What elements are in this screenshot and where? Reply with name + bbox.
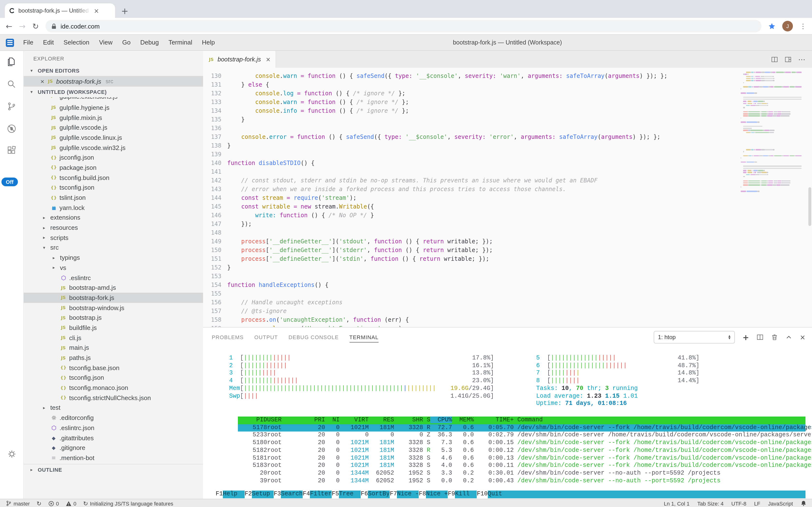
panel-tab-terminal[interactable]: TERMINAL bbox=[349, 332, 379, 342]
forward-icon[interactable]: → bbox=[19, 21, 25, 31]
tree-item-extensions[interactable]: ▸extensions bbox=[24, 213, 203, 223]
code-editor[interactable]: 130 console.warn = function () { safeSen… bbox=[203, 68, 812, 327]
reload-icon[interactable]: ↻ bbox=[33, 21, 39, 31]
status-utf-8[interactable]: UTF-8 bbox=[731, 501, 746, 506]
tree-item-gulpfile.vscode.js[interactable]: JSgulpfile.vscode.js bbox=[24, 123, 203, 132]
close-panel-icon[interactable]: × bbox=[800, 333, 806, 341]
menu-help[interactable]: Help bbox=[197, 35, 219, 50]
tree-item-tsconfig.json[interactable]: {}tsconfig.json bbox=[24, 373, 203, 383]
activity-extensions-icon[interactable] bbox=[0, 140, 23, 162]
tree-item-tsconfig.build.json[interactable]: {}tsconfig.build.json bbox=[24, 173, 203, 183]
menu-edit[interactable]: Edit bbox=[39, 35, 58, 50]
terminal-select[interactable]: 1: htop ▲▼ bbox=[654, 331, 735, 343]
menu-terminal[interactable]: Terminal bbox=[164, 35, 196, 50]
notifications-bell-icon[interactable] bbox=[801, 500, 806, 507]
tree-item-bootstrap-amd.js[interactable]: JSbootstrap-amd.js bbox=[24, 283, 203, 293]
fnkey-f5[interactable]: F5 bbox=[332, 491, 339, 498]
status-branch[interactable]: master bbox=[6, 500, 30, 507]
menu-go[interactable]: Go bbox=[118, 35, 135, 50]
tab-close-icon[interactable]: × bbox=[94, 7, 99, 14]
app-logo-icon[interactable] bbox=[6, 39, 14, 47]
maximize-panel-icon[interactable] bbox=[786, 334, 792, 340]
tree-item-tsconfig.base.json[interactable]: {}tsconfig.base.json bbox=[24, 363, 203, 373]
editor-tab[interactable]: JS bootstrap-fork.js × bbox=[203, 51, 276, 68]
panel-tab-output[interactable]: OUTPUT bbox=[254, 332, 278, 342]
activity-explorer-icon[interactable] bbox=[0, 51, 23, 73]
status-lf[interactable]: LF bbox=[754, 501, 760, 506]
status-ln-1-col-1[interactable]: Ln 1, Col 1 bbox=[664, 501, 689, 506]
tree-item-src[interactable]: ▾src bbox=[24, 243, 203, 252]
browser-menu-icon[interactable]: ⋮ bbox=[800, 22, 806, 30]
tree-item-.eslintrc[interactable]: .eslintrc bbox=[24, 273, 203, 283]
fnkey-f10[interactable]: F10 bbox=[477, 491, 488, 498]
status-spinner[interactable]: ↻Initializing JS/TS language features bbox=[83, 500, 173, 507]
tree-item-gulpfile.hygiene.js[interactable]: JSgulpfile.hygiene.js bbox=[24, 103, 203, 112]
bookmark-star-icon[interactable] bbox=[768, 22, 775, 30]
activity-debug-icon[interactable] bbox=[0, 118, 23, 140]
fnkey-f3[interactable]: F3 bbox=[274, 491, 281, 498]
tree-item-buildfile.js[interactable]: JSbuildfile.js bbox=[24, 323, 203, 333]
fnkey-f6[interactable]: F6 bbox=[361, 491, 368, 498]
panel-tab-debug-console[interactable]: DEBUG CONSOLE bbox=[289, 332, 339, 342]
tree-item-tsconfig.strictNullChecks.json[interactable]: {}tsconfig.strictNullChecks.json bbox=[24, 393, 203, 403]
avatar[interactable]: J bbox=[782, 21, 793, 32]
tree-item-gulpfile.vscode.linux.js[interactable]: JSgulpfile.vscode.linux.js bbox=[24, 132, 203, 143]
editor-scrollbar[interactable] bbox=[808, 187, 811, 226]
fnkey-f4[interactable]: F4 bbox=[303, 491, 310, 498]
tree-item-.eslintrc.json[interactable]: .eslintrc.json bbox=[24, 423, 203, 433]
tree-item-bootstrap.js[interactable]: JSbootstrap.js bbox=[24, 313, 203, 323]
tree-item-yarn.lock[interactable]: yarn.lock bbox=[24, 203, 203, 213]
split-editor-icon[interactable] bbox=[771, 56, 778, 63]
activity-search-icon[interactable] bbox=[0, 73, 23, 95]
minimap[interactable] bbox=[741, 71, 805, 327]
tree-item-jsconfig.json[interactable]: {}jsconfig.json bbox=[24, 153, 203, 163]
more-actions-icon[interactable]: ⋯ bbox=[798, 55, 806, 64]
new-terminal-icon[interactable]: + bbox=[743, 333, 749, 342]
tree-item-tsconfig.monaco.json[interactable]: {}tsconfig.monaco.json bbox=[24, 383, 203, 393]
menu-view[interactable]: View bbox=[95, 35, 117, 50]
outline-header[interactable]: ▸ OUTLINE bbox=[24, 464, 203, 475]
tree-item-scripts[interactable]: ▸scripts bbox=[24, 233, 203, 243]
kill-terminal-icon[interactable] bbox=[771, 334, 778, 341]
fnkey-f7[interactable]: F7 bbox=[390, 491, 397, 498]
status-warning[interactable]: 0 bbox=[66, 501, 76, 506]
tree-item-.editorconfig[interactable]: .editorconfig bbox=[24, 413, 203, 423]
tree-item-typings[interactable]: ▸typings bbox=[24, 253, 203, 263]
fnkey-f2[interactable]: F2 bbox=[245, 491, 252, 498]
tree-item-main.js[interactable]: JSmain.js bbox=[24, 343, 203, 353]
menu-debug[interactable]: Debug bbox=[136, 35, 163, 50]
off-badge[interactable]: Off bbox=[1, 177, 18, 186]
fnkey-f1[interactable]: F1 bbox=[215, 491, 223, 498]
open-editors-header[interactable]: ▾ OPEN EDITORS bbox=[24, 65, 203, 76]
tree-item-cli.js[interactable]: JScli.js bbox=[24, 333, 203, 343]
menu-selection[interactable]: Selection bbox=[59, 35, 94, 50]
tree-item-paths.js[interactable]: JSpaths.js bbox=[24, 353, 203, 362]
panel-tab-problems[interactable]: PROBLEMS bbox=[212, 332, 244, 342]
browser-tab[interactable]: bootstrap-fork.js — Untitled (V × bbox=[5, 3, 115, 18]
tree-item-bootstrap-window.js[interactable]: JSbootstrap-window.js bbox=[24, 303, 203, 313]
back-icon[interactable]: ← bbox=[6, 21, 12, 31]
status-javascript[interactable]: JavaScript bbox=[768, 501, 793, 506]
url-bar[interactable]: ide.coder.com bbox=[46, 20, 761, 33]
terminal[interactable]: 1 [||||||||||||| 17.8%]2 [|||||||||||| 1… bbox=[203, 347, 812, 499]
tree-item-.mention-bot[interactable]: ≡.mention-bot bbox=[24, 453, 203, 463]
tree-item-test[interactable]: ▸test bbox=[24, 403, 203, 413]
tree-item-bootstrap-fork.js[interactable]: JSbootstrap-fork.js bbox=[24, 293, 203, 302]
tree-item-gulpfile.mixin.js[interactable]: JSgulpfile.mixin.js bbox=[24, 112, 203, 122]
status-error[interactable]: 0 bbox=[48, 501, 59, 506]
workspace-header[interactable]: ▾ UNTITLED (WORKSPACE) bbox=[24, 87, 203, 97]
tree-item-gulpfile.extensions.js[interactable]: JSgulpfile.extensions.js bbox=[24, 97, 203, 103]
tree-item-package.json[interactable]: {}package.json bbox=[24, 163, 203, 172]
tab-close-icon[interactable]: × bbox=[266, 56, 270, 63]
editor-layout-icon[interactable] bbox=[785, 56, 792, 63]
tree-item-resources[interactable]: ▸resources bbox=[24, 223, 203, 233]
tree-item-tslint.json[interactable]: {}tslint.json bbox=[24, 192, 203, 203]
tree-item-gulpfile.vscode.win32.js[interactable]: JSgulpfile.vscode.win32.js bbox=[24, 143, 203, 153]
split-terminal-icon[interactable] bbox=[757, 334, 764, 341]
tree-item-.gitattributes[interactable]: ◆.gitattributes bbox=[24, 433, 203, 443]
fnkey-f9[interactable]: F9 bbox=[448, 491, 455, 498]
settings-gear-icon[interactable] bbox=[0, 443, 23, 465]
menu-file[interactable]: File bbox=[19, 35, 38, 50]
activity-source-control-icon[interactable] bbox=[0, 95, 23, 118]
fnkey-f8[interactable]: F8 bbox=[419, 491, 426, 498]
